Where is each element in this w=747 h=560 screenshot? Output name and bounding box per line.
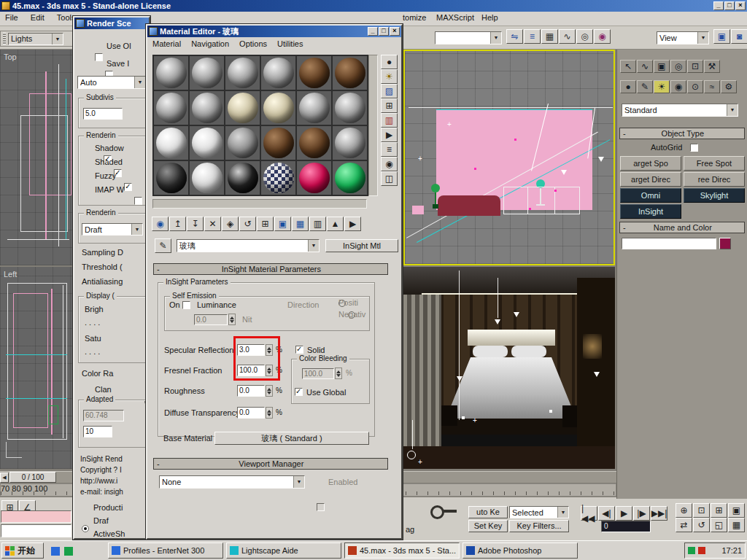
free-spot-button[interactable]: Free Spot: [684, 156, 745, 171]
insight-parameters-rollout[interactable]: -InSight Material Parameters: [153, 263, 388, 275]
adapted-field[interactable]: 60.748: [83, 410, 124, 421]
zoom-extents-all-icon[interactable]: ▣: [728, 503, 745, 518]
spinner[interactable]: [228, 314, 236, 325]
material-sample[interactable]: [189, 55, 225, 90]
viewport-camera[interactable]: + +: [403, 267, 615, 469]
assign-material-to-selection-icon[interactable]: ↧: [187, 217, 204, 231]
autogrid-checkbox[interactable]: [690, 144, 698, 152]
reset-map-icon[interactable]: ✕: [204, 217, 221, 231]
arc-rotate-icon[interactable]: ↺: [693, 518, 710, 532]
rollout-collapse-icon[interactable]: -: [620, 223, 629, 232]
subdivision-field[interactable]: 5.0: [83, 108, 123, 120]
fresnel-fraction-field[interactable]: 100.0: [237, 365, 265, 376]
helpers-category-icon[interactable]: ⊙: [687, 80, 703, 93]
material-sample[interactable]: [225, 55, 260, 90]
auto-key-button[interactable]: uto Ke: [468, 506, 508, 518]
render-dialog-titlebar[interactable]: Render Sce: [74, 18, 149, 29]
sample-tiling-icon[interactable]: ⊞: [381, 98, 398, 113]
rollout-collapse-icon[interactable]: -: [154, 265, 163, 273]
named-selection-combo[interactable]: [435, 31, 502, 44]
go-to-parent-icon[interactable]: ▲: [327, 217, 344, 231]
spinner[interactable]: [335, 368, 342, 379]
enabled-checkbox[interactable]: [317, 503, 325, 511]
minimize-button[interactable]: [713, 1, 724, 10]
material-sample[interactable]: [296, 125, 332, 160]
auto-combo[interactable]: Auto: [77, 76, 146, 89]
material-sample[interactable]: [153, 125, 189, 160]
pan-icon[interactable]: ⇄: [676, 518, 692, 532]
tray-icon[interactable]: [688, 547, 695, 554]
material-map-navigator-icon[interactable]: ◫: [381, 171, 398, 186]
minimize-button[interactable]: [368, 27, 378, 36]
make-material-copy-icon[interactable]: ◈: [222, 217, 239, 231]
motion-tab-icon[interactable]: ◎: [670, 60, 686, 73]
luminance-field[interactable]: 0.0: [194, 314, 228, 325]
layer-manager-icon[interactable]: ▦: [541, 29, 558, 44]
chevron-down-icon[interactable]: [697, 32, 708, 44]
roughness-field[interactable]: 0.0: [237, 385, 265, 397]
go-to-start-icon[interactable]: |◀◀: [581, 506, 597, 521]
get-material-icon[interactable]: ◉: [152, 217, 169, 231]
video-color-check-icon[interactable]: ▥: [381, 113, 398, 128]
close-button[interactable]: [390, 27, 400, 36]
chevron-down-icon[interactable]: [727, 104, 738, 116]
put-material-to-scene-icon[interactable]: ↥: [169, 217, 186, 231]
geometry-category-icon[interactable]: ●: [620, 80, 636, 93]
key-filters-button[interactable]: Key Filters...: [509, 520, 569, 532]
draft-radio[interactable]: [91, 538, 98, 540]
sample-vscroll[interactable]: [368, 55, 378, 196]
chevron-down-icon[interactable]: [557, 507, 568, 518]
backlight-icon[interactable]: ☀: [381, 69, 398, 84]
material-sample[interactable]: [296, 160, 332, 195]
material-sample[interactable]: [225, 125, 260, 160]
time-slider-left-arrow-icon[interactable]: ◀: [0, 472, 9, 483]
systems-category-icon[interactable]: ⚙: [721, 80, 737, 93]
omni-button[interactable]: Omni: [620, 188, 681, 203]
chevron-down-icon[interactable]: [308, 240, 319, 252]
create-tab-icon[interactable]: ↖: [620, 60, 636, 73]
menu-options[interactable]: Options: [234, 38, 272, 50]
material-sample[interactable]: [332, 125, 368, 160]
curve-editor-icon[interactable]: ∿: [559, 29, 576, 44]
set-key-icon[interactable]: [429, 503, 461, 519]
start-button[interactable]: 开始: [1, 542, 44, 559]
imap-checkbox[interactable]: [134, 197, 142, 205]
maximize-button[interactable]: [724, 1, 735, 10]
use-global-checkbox[interactable]: [295, 388, 303, 396]
min-max-toggle-icon[interactable]: ◱: [711, 518, 727, 532]
next-frame-icon[interactable]: |▶: [633, 506, 650, 521]
make-preview-icon[interactable]: ▶: [381, 128, 398, 142]
selected-filter-combo[interactable]: Selected: [509, 506, 569, 518]
drag-handle[interactable]: [3, 33, 6, 44]
maxscript-mini-listener[interactable]: [1, 524, 71, 537]
light-type-combo[interactable]: Standard: [622, 104, 738, 117]
viewport-manager-combo[interactable]: None: [159, 475, 305, 489]
target-direct-button[interactable]: arget Direc: [620, 172, 681, 187]
base-material-button[interactable]: 玻璃 ( Standard ): [214, 432, 369, 445]
zoom-icon[interactable]: ⊕: [676, 503, 692, 518]
time-slider-handle[interactable]: 0 / 100: [9, 472, 56, 483]
object-type-rollout[interactable]: -Object Type: [619, 128, 745, 139]
material-sample[interactable]: [296, 90, 332, 125]
material-sample[interactable]: [260, 160, 296, 195]
spinner[interactable]: [266, 344, 273, 356]
hierarchy-tab-icon[interactable]: ▣: [654, 60, 670, 73]
maxscript-mini-listener-macro[interactable]: [1, 510, 71, 523]
menu-navigation[interactable]: Navigation: [186, 38, 234, 50]
chevron-down-icon[interactable]: [52, 34, 63, 44]
quicklaunch-desktop-icon[interactable]: [51, 547, 60, 556]
object-color-swatch[interactable]: [719, 238, 731, 249]
name-and-color-rollout[interactable]: -Name and Color: [619, 222, 745, 233]
target-spot-button[interactable]: arget Spo: [620, 156, 681, 171]
show-map-in-viewport-icon[interactable]: ▦: [292, 217, 309, 231]
render-scene-icon[interactable]: ▣: [713, 29, 730, 44]
material-sample[interactable]: [153, 90, 189, 125]
modify-tab-icon[interactable]: ∿: [637, 60, 653, 73]
pick-material-eyedropper-icon[interactable]: ✎: [155, 238, 171, 253]
object-name-field[interactable]: [622, 238, 716, 249]
production-radio[interactable]: [82, 525, 89, 532]
menu-maxscript[interactable]: MAXScript: [436, 13, 474, 22]
make-unique-icon[interactable]: ↺: [239, 217, 256, 231]
go-forward-to-sibling-icon[interactable]: ▶: [344, 217, 361, 231]
material-id-channel-icon[interactable]: ▣: [274, 217, 291, 231]
